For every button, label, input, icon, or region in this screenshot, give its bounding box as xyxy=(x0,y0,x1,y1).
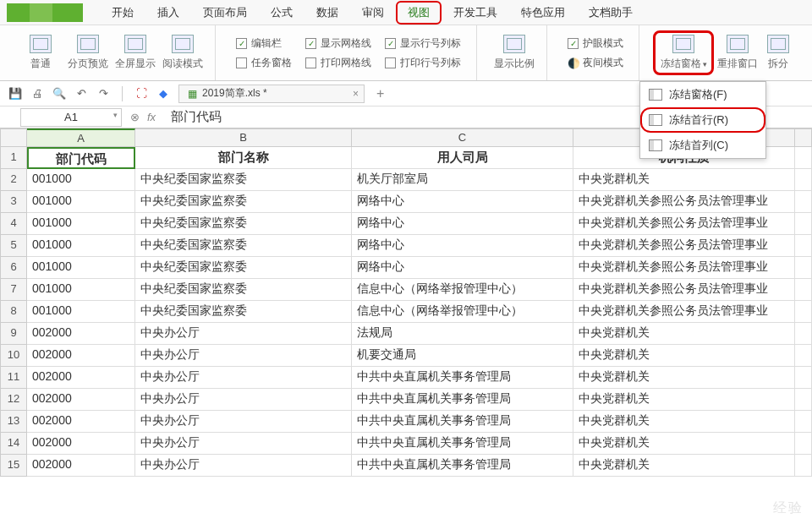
cell[interactable]: 中央办公厅 xyxy=(135,345,352,367)
cell[interactable]: 网络中心 xyxy=(352,213,573,235)
cell[interactable] xyxy=(795,147,812,169)
cell[interactable]: 中央党群机关参照公务员法管理事业 xyxy=(573,257,795,279)
cell[interactable]: 中央党群机关参照公务员法管理事业 xyxy=(573,191,795,213)
cell[interactable]: 001000 xyxy=(27,213,135,235)
zoom-button[interactable]: 显示比例 xyxy=(491,35,538,71)
cell[interactable]: 中共中央直属机关事务管理局 xyxy=(352,455,573,477)
cell[interactable]: 中央党群机关 xyxy=(573,169,795,191)
cell[interactable]: 中央党群机关 xyxy=(573,455,795,477)
header-cell[interactable]: 部门名称 xyxy=(135,147,352,169)
save-icon[interactable]: 💾 xyxy=(8,87,22,101)
cell[interactable]: 机要交通局 xyxy=(352,345,573,367)
add-tab-button[interactable]: + xyxy=(373,86,387,101)
cell[interactable] xyxy=(795,367,812,389)
header-cell[interactable]: 部门代码 xyxy=(27,147,135,169)
undo-icon[interactable]: ↶ xyxy=(74,87,88,101)
row-header[interactable]: 15 xyxy=(0,455,27,477)
cell[interactable]: 002000 xyxy=(27,411,135,433)
row-header[interactable]: 6 xyxy=(0,257,27,279)
cell[interactable]: 002000 xyxy=(27,389,135,411)
menu-tab[interactable]: 页面布局 xyxy=(191,1,259,25)
fx-label[interactable]: fx xyxy=(147,111,164,123)
cell[interactable]: 中央党群机关 xyxy=(573,389,795,411)
cell[interactable]: 中央办公厅 xyxy=(135,433,352,455)
freeze-panes-item[interactable]: 冻结窗格(F) xyxy=(640,82,765,107)
cell[interactable]: 001000 xyxy=(27,257,135,279)
menu-tab[interactable]: 审阅 xyxy=(350,1,396,25)
view-button[interactable]: 全屏显示 xyxy=(112,35,159,71)
cell[interactable]: 中央党群机关参照公务员法管理事业 xyxy=(573,235,795,257)
cell[interactable]: 中共中央直属机关事务管理局 xyxy=(352,411,573,433)
cell[interactable]: 中央办公厅 xyxy=(135,411,352,433)
freeze-first-col-item[interactable]: 冻结首列(C) xyxy=(640,133,765,158)
cell[interactable]: 中央办公厅 xyxy=(135,455,352,477)
menu-tab[interactable]: 开发工具 xyxy=(442,1,509,25)
cell[interactable]: 中央办公厅 xyxy=(135,367,352,389)
view-button[interactable]: 分页预览 xyxy=(64,35,112,71)
redo-icon[interactable]: ↷ xyxy=(96,87,110,101)
cell[interactable] xyxy=(795,279,812,301)
cell[interactable] xyxy=(795,323,812,345)
row-header[interactable]: 11 xyxy=(0,367,27,389)
cell[interactable]: 中央办公厅 xyxy=(135,323,352,345)
name-box[interactable]: A1 xyxy=(20,108,122,127)
view-button[interactable]: 阅读模式 xyxy=(159,35,206,71)
cell[interactable]: 中央纪委国家监察委 xyxy=(135,301,352,323)
col-header-A[interactable]: A xyxy=(27,128,135,147)
cell[interactable] xyxy=(795,455,812,477)
cell[interactable] xyxy=(795,169,812,191)
menu-tab[interactable]: 数据 xyxy=(304,1,350,25)
preview-icon[interactable]: 🔍 xyxy=(52,87,66,101)
cell[interactable]: 中央纪委国家监察委 xyxy=(135,169,352,191)
cell[interactable] xyxy=(795,389,812,411)
cell[interactable]: 中共中央直属机关事务管理局 xyxy=(352,389,573,411)
close-tab-icon[interactable]: × xyxy=(353,88,359,100)
cell[interactable] xyxy=(795,213,812,235)
row-header[interactable]: 9 xyxy=(0,323,27,345)
cell[interactable]: 中央党群机关 xyxy=(573,367,795,389)
cell[interactable]: 网络中心 xyxy=(352,235,573,257)
cell[interactable]: 法规局 xyxy=(352,323,573,345)
cell[interactable]: 中央纪委国家监察委 xyxy=(135,213,352,235)
cell[interactable]: 中央党群机关 xyxy=(573,323,795,345)
cell[interactable]: 中央纪委国家监察委 xyxy=(135,191,352,213)
col-header-B[interactable]: B xyxy=(135,128,352,147)
cell[interactable]: 中共中央直属机关事务管理局 xyxy=(352,367,573,389)
fx-cancel-icon[interactable]: ⊗ xyxy=(122,111,147,123)
cell[interactable] xyxy=(795,301,812,323)
cell[interactable]: 001000 xyxy=(27,235,135,257)
header-cell[interactable]: 用人司局 xyxy=(352,147,573,169)
cell[interactable] xyxy=(795,345,812,367)
check-task-pane[interactable]: 任务窗格 xyxy=(236,56,292,70)
cell[interactable]: 002000 xyxy=(27,323,135,345)
cell[interactable]: 002000 xyxy=(27,433,135,455)
arrange-windows-button[interactable]: 重排窗口 xyxy=(714,35,761,71)
cell[interactable]: 中央纪委国家监察委 xyxy=(135,279,352,301)
check-gridlines[interactable]: ✓显示网格线 xyxy=(305,36,371,51)
row-header[interactable]: 8 xyxy=(0,301,27,323)
row-header[interactable]: 5 xyxy=(0,235,27,257)
cell[interactable]: 中央党群机关参照公务员法管理事业 xyxy=(573,301,795,323)
document-tab[interactable]: ▦ 2019简章.xls * × xyxy=(178,85,365,103)
view-button[interactable]: 普通 xyxy=(17,35,64,71)
menu-tab[interactable]: 特色应用 xyxy=(509,1,577,25)
row-header[interactable]: 7 xyxy=(0,279,27,301)
cell[interactable]: 002000 xyxy=(27,345,135,367)
cell[interactable]: 002000 xyxy=(27,367,135,389)
check-row-headers[interactable]: ✓显示行号列标 xyxy=(385,36,461,51)
cell[interactable]: 机关厅部室局 xyxy=(352,169,573,191)
cell[interactable] xyxy=(795,257,812,279)
cell[interactable]: 信息中心（网络举报管理中心） xyxy=(352,301,573,323)
cloud-icon[interactable]: ◆ xyxy=(156,87,170,101)
row-header[interactable]: 2 xyxy=(0,169,27,191)
check-print-grid[interactable]: 打印网格线 xyxy=(305,56,371,70)
print-icon[interactable]: 🖨 xyxy=(30,87,44,101)
cell[interactable] xyxy=(795,411,812,433)
cell[interactable]: 001000 xyxy=(27,279,135,301)
cell[interactable]: 网络中心 xyxy=(352,257,573,279)
check-night-mode[interactable]: 🌓夜间模式 xyxy=(568,56,623,70)
row-header[interactable]: 12 xyxy=(0,389,27,411)
freeze-panes-button[interactable]: 冻结窗格 xyxy=(653,30,714,75)
cell[interactable] xyxy=(795,191,812,213)
row-header[interactable]: 13 xyxy=(0,411,27,433)
